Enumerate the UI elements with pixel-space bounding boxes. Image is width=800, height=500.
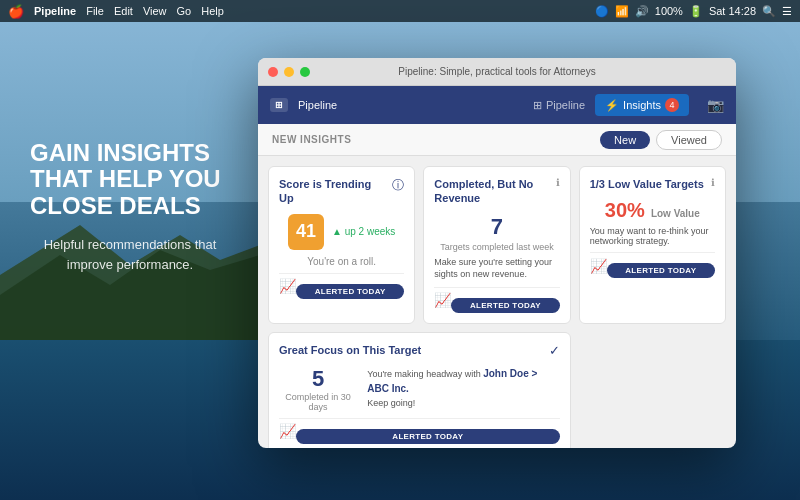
nav-bar: ⊞ Pipeline ⊞ Pipeline ⚡ Insights 4 📷: [258, 86, 736, 124]
score-subtext: You're on a roll.: [279, 256, 404, 267]
pipeline-icon: ⊞: [533, 99, 542, 112]
filter-bar: NEW INSIGHTS New Viewed: [258, 124, 736, 156]
left-panel: GAIN INSIGHTS THAT HELP YOU CLOSE DEALS …: [30, 140, 230, 274]
no-revenue-title: Completed, But No Revenue: [434, 177, 551, 206]
no-revenue-info-icon[interactable]: ℹ: [556, 177, 560, 188]
low-value-footer: 📈 ALERTED TODAY: [590, 257, 715, 278]
focus-stat-label: Completed in 30 days: [279, 392, 357, 412]
logo-grid-icon: ⊞: [275, 100, 283, 110]
menu-edit[interactable]: Edit: [114, 5, 133, 17]
score-card: Score is Trending Up ⓘ 41 ▲ up 2 weeks Y…: [268, 166, 415, 324]
camera-icon[interactable]: 📷: [707, 97, 724, 113]
menu-items: Pipeline File Edit View Go Help: [86, 5, 224, 17]
nav-tabs: ⊞ Pipeline ⚡ Insights 4: [523, 94, 689, 116]
focus-title: Great Focus on This Target: [279, 343, 549, 357]
low-value-chart-icon: 📈: [590, 258, 607, 274]
app-window: Pipeline: Simple, practical tools for At…: [258, 58, 736, 448]
score-value-row: 41 ▲ up 2 weeks: [279, 214, 404, 250]
score-trend: ▲ up 2 weeks: [332, 226, 395, 237]
maximize-button[interactable]: [300, 67, 310, 77]
insights-icon: ⚡: [605, 99, 619, 112]
focus-chart-icon: 📈: [279, 423, 296, 439]
search-icon[interactable]: 🔍: [762, 5, 776, 18]
low-value-card: 1/3 Low Value Targets ℹ 30% Low Value Yo…: [579, 166, 726, 324]
heading: GAIN INSIGHTS THAT HELP YOU CLOSE DEALS: [30, 140, 230, 219]
divider4: [279, 418, 560, 419]
score-info-icon[interactable]: ⓘ: [392, 177, 404, 194]
no-revenue-desc: Make sure you're setting your sights on …: [434, 256, 559, 281]
focus-desc-main: You're making headway with: [367, 369, 480, 379]
traffic-lights: [268, 67, 310, 77]
bluetooth-icon: 🔵: [595, 5, 609, 18]
focus-check-icon: ✓: [549, 343, 560, 358]
focus-desc: You're making headway with John Doe > AB…: [367, 366, 559, 411]
clock: Sat 14:28: [709, 5, 756, 17]
pct-number: 30%: [605, 199, 645, 222]
subtext: Helpful recommendations that improve per…: [30, 235, 230, 274]
low-value-desc: You may want to re-think your networking…: [590, 226, 715, 246]
filter-new-button[interactable]: New: [600, 131, 650, 149]
menubar: 🍎 Pipeline Pipeline File Edit View Go He…: [0, 0, 800, 22]
volume-icon: 🔊: [635, 5, 649, 18]
low-value-title: 1/3 Low Value Targets: [590, 177, 707, 191]
app-name: Pipeline: [34, 5, 76, 17]
no-revenue-stat: 7: [434, 214, 559, 240]
chart-icon: 📈: [279, 278, 296, 294]
no-revenue-stat-label: Targets completed last week: [434, 242, 559, 252]
battery-icon: 🔋: [689, 5, 703, 18]
logo-box: ⊞: [270, 98, 288, 112]
divider: [279, 273, 404, 274]
close-button[interactable]: [268, 67, 278, 77]
divider3: [590, 252, 715, 253]
focus-footer: 📈 ALERTED TODAY: [279, 423, 560, 444]
no-revenue-alerted-badge: ALERTED TODAY: [451, 298, 559, 313]
title-bar: Pipeline: Simple, practical tools for At…: [258, 58, 736, 86]
filter-viewed-button[interactable]: Viewed: [656, 130, 722, 150]
nav-pipeline-label[interactable]: Pipeline: [298, 99, 337, 111]
menu-go[interactable]: Go: [177, 5, 192, 17]
divider2: [434, 287, 559, 288]
score-card-title: Score is Trending Up: [279, 177, 388, 206]
low-value-header: 1/3 Low Value Targets ℹ: [590, 177, 715, 191]
tab-pipeline-label: Pipeline: [546, 99, 585, 111]
window-title: Pipeline: Simple, practical tools for At…: [398, 66, 595, 77]
minimize-button[interactable]: [284, 67, 294, 77]
menu-help[interactable]: Help: [201, 5, 224, 17]
focus-card: Great Focus on This Target ✓ 5 Completed…: [268, 332, 571, 448]
focus-alerted-badge: ALERTED TODAY: [296, 429, 560, 444]
score-alerted-badge: ALERTED TODAY: [296, 284, 404, 299]
menu-view[interactable]: View: [143, 5, 167, 17]
tab-insights-label: Insights: [623, 99, 661, 111]
no-revenue-footer: 📈 ALERTED TODAY: [434, 292, 559, 313]
wifi-icon: 📶: [615, 5, 629, 18]
nav-logo: ⊞: [270, 98, 288, 112]
focus-inner: 5 Completed in 30 days You're making hea…: [279, 366, 560, 412]
tab-insights[interactable]: ⚡ Insights 4: [595, 94, 689, 116]
insights-badge: 4: [665, 98, 679, 112]
no-revenue-card: Completed, But No Revenue ℹ 7 Targets co…: [423, 166, 570, 324]
filter-label: NEW INSIGHTS: [272, 134, 594, 145]
focus-card-header: Great Focus on This Target ✓: [279, 343, 560, 358]
focus-stat: 5: [279, 366, 357, 392]
menubar-left: 🍎 Pipeline Pipeline File Edit View Go He…: [8, 4, 224, 19]
menu-file-label[interactable]: File: [86, 5, 104, 17]
menubar-right: 🔵 📶 🔊 100% 🔋 Sat 14:28 🔍 ☰: [595, 5, 792, 18]
battery-pct: 100%: [655, 5, 683, 17]
low-value-info-icon[interactable]: ℹ: [711, 177, 715, 188]
no-revenue-chart-icon: 📈: [434, 292, 451, 308]
focus-desc-sub: Keep going!: [367, 398, 415, 408]
content-area: Score is Trending Up ⓘ 41 ▲ up 2 weeks Y…: [258, 156, 736, 448]
menu-icon[interactable]: ☰: [782, 5, 792, 18]
tab-pipeline[interactable]: ⊞ Pipeline: [523, 95, 595, 116]
score-card-footer: 📈 ALERTED TODAY: [279, 278, 404, 299]
score-card-header: Score is Trending Up ⓘ: [279, 177, 404, 206]
apple-menu[interactable]: 🍎: [8, 4, 24, 19]
low-value-alerted-badge: ALERTED TODAY: [607, 263, 715, 278]
score-number: 41: [288, 214, 324, 250]
pct-label: Low Value: [651, 208, 700, 219]
low-value-pct: 30% Low Value: [590, 199, 715, 222]
no-revenue-header: Completed, But No Revenue ℹ: [434, 177, 559, 206]
